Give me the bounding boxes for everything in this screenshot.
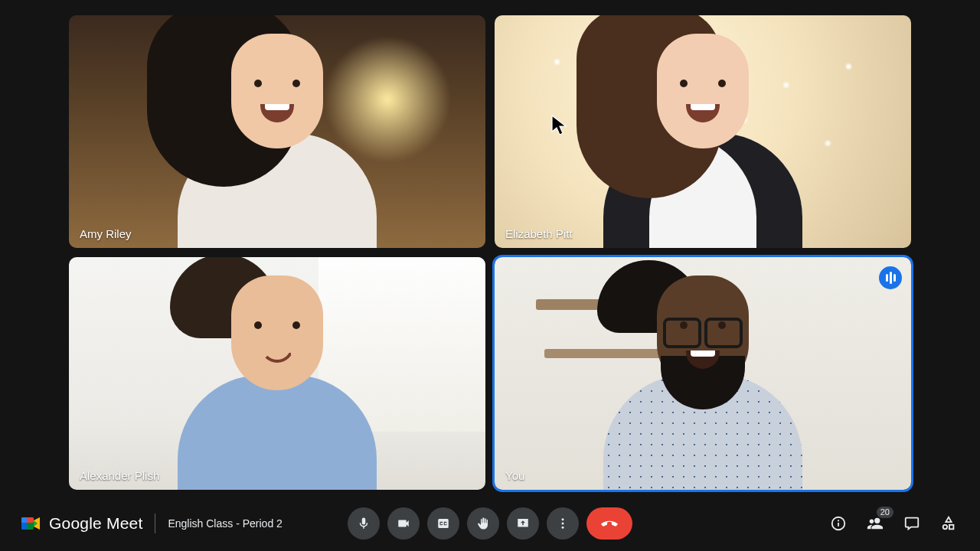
svg-point-5 <box>562 523 564 525</box>
activities-button[interactable] <box>939 514 959 533</box>
bottom-bar: Google Meet English Class - Period 2 <box>0 496 980 551</box>
svg-point-4 <box>562 518 564 520</box>
hangup-icon <box>599 514 619 533</box>
info-icon <box>830 515 847 532</box>
more-vertical-icon <box>556 517 570 530</box>
chat-button[interactable] <box>902 514 922 533</box>
participant-tile[interactable]: Elizabeth Pitt <box>495 15 911 248</box>
chat-icon <box>903 515 920 532</box>
more-options-button[interactable] <box>547 507 579 540</box>
svg-point-10 <box>943 525 948 530</box>
captions-icon <box>436 517 450 530</box>
right-controls: 20 <box>828 514 959 533</box>
svg-rect-11 <box>949 525 954 530</box>
camera-icon <box>397 517 410 530</box>
app-brand: Google Meet <box>21 514 142 533</box>
captions-button[interactable] <box>427 507 459 540</box>
mic-button[interactable] <box>348 507 380 540</box>
leave-call-button[interactable] <box>586 507 632 540</box>
video-grid: Amy Riley Elizabeth Pitt Alexander Plish <box>69 15 911 490</box>
svg-point-9 <box>838 520 839 521</box>
app-name: Google Meet <box>49 514 142 533</box>
raise-hand-button[interactable] <box>467 507 499 540</box>
people-button[interactable]: 20 <box>865 514 885 533</box>
mic-icon <box>357 517 371 530</box>
participant-name: Elizabeth Pitt <box>505 227 573 240</box>
meet-logo-icon <box>21 515 41 532</box>
participant-name: Alexander Plish <box>80 469 159 482</box>
svg-point-6 <box>562 527 564 529</box>
meeting-title: English Class - Period 2 <box>168 517 282 530</box>
camera-button[interactable] <box>387 507 420 540</box>
speaking-indicator-icon <box>879 266 902 289</box>
hand-icon <box>476 517 490 530</box>
participant-tile[interactable]: Amy Riley <box>69 15 485 248</box>
call-controls <box>348 507 632 540</box>
present-icon <box>516 517 530 530</box>
participant-name: You <box>505 469 524 482</box>
meeting-details-button[interactable] <box>828 514 848 533</box>
svg-rect-3 <box>21 517 27 523</box>
divider <box>155 514 155 533</box>
people-count-badge: 20 <box>877 507 893 518</box>
participant-name: Amy Riley <box>80 227 132 240</box>
present-button[interactable] <box>507 507 539 540</box>
participant-tile-self[interactable]: You <box>495 257 911 490</box>
participant-tile[interactable]: Alexander Plish <box>69 257 485 490</box>
shapes-icon <box>940 515 957 532</box>
